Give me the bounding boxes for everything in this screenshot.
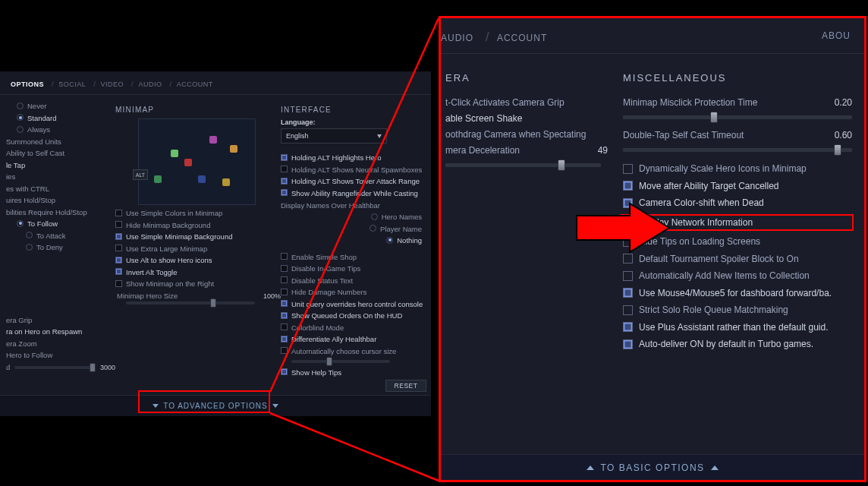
svg-line-0 [270, 18, 439, 392]
svg-marker-2 [577, 204, 669, 252]
svg-line-1 [270, 413, 439, 481]
callout-arrow-icon [577, 204, 669, 252]
callout-lines [0, 0, 868, 486]
